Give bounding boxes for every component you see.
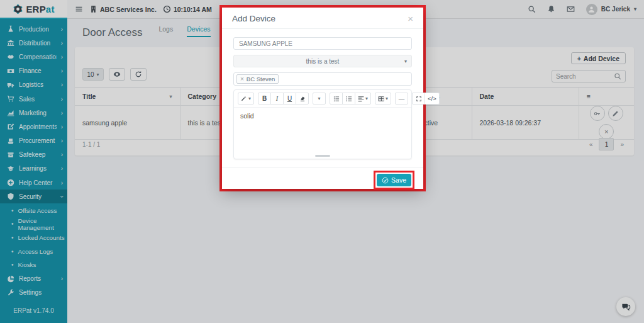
eraser-icon bbox=[299, 96, 306, 102]
rich-text-editor: ▾ B I U ▾ bbox=[233, 89, 412, 159]
horizontal-rule-button[interactable]: — bbox=[395, 93, 408, 105]
underline-button[interactable]: U bbox=[283, 93, 296, 105]
code-view-button[interactable]: </> bbox=[425, 93, 440, 105]
modal-title: Add Device bbox=[232, 14, 275, 23]
bold-button[interactable]: B bbox=[258, 93, 271, 105]
category-select[interactable]: this is a test ▾ bbox=[233, 55, 412, 67]
app-window: ERPat ABC Services Inc. 10:10:14 AM bbox=[0, 0, 644, 323]
fullscreen-icon bbox=[416, 96, 422, 102]
editor-resize-handle[interactable] bbox=[234, 153, 411, 159]
numbered-list-icon bbox=[346, 96, 352, 102]
table-insert-button[interactable]: ▾ bbox=[375, 93, 391, 105]
fullscreen-button[interactable] bbox=[412, 93, 425, 105]
save-button[interactable]: Save bbox=[377, 174, 411, 186]
paragraph-align-button[interactable]: ▾ bbox=[355, 93, 371, 105]
modal-body: this is a test ▾ × BC Steven ▾ bbox=[222, 29, 423, 159]
clear-format-button[interactable] bbox=[296, 93, 309, 105]
add-device-modal: Add Device × this is a test ▾ × BC Steve… bbox=[222, 8, 423, 189]
unordered-list-button[interactable] bbox=[330, 93, 343, 105]
modal-footer: Save bbox=[222, 167, 423, 195]
user-tag-chip: × BC Steven bbox=[236, 74, 279, 84]
style-dropdown-button[interactable]: ▾ bbox=[238, 93, 254, 105]
font-dropdown-button[interactable]: ▾ bbox=[313, 93, 326, 105]
italic-button[interactable]: I bbox=[270, 93, 284, 105]
check-circle-icon bbox=[382, 177, 389, 184]
table-icon bbox=[378, 96, 384, 102]
close-icon[interactable]: × bbox=[408, 14, 413, 23]
annotation-rectangle: Add Device × this is a test ▾ × BC Steve… bbox=[219, 5, 426, 191]
magic-wand-icon bbox=[241, 96, 247, 102]
ordered-list-button[interactable] bbox=[342, 93, 355, 105]
caret-down-icon: ▾ bbox=[404, 59, 407, 64]
align-icon bbox=[358, 96, 364, 102]
bullet-list-icon bbox=[333, 96, 340, 102]
editor-toolbar: ▾ B I U ▾ bbox=[234, 90, 411, 108]
editor-content[interactable]: solid bbox=[234, 108, 411, 153]
annotation-rectangle-save: Save bbox=[374, 171, 414, 190]
device-name-input[interactable] bbox=[233, 37, 412, 50]
modal-header: Add Device × bbox=[222, 8, 423, 29]
assigned-users-input[interactable]: × BC Steven bbox=[233, 72, 412, 86]
remove-tag-icon[interactable]: × bbox=[240, 76, 244, 82]
